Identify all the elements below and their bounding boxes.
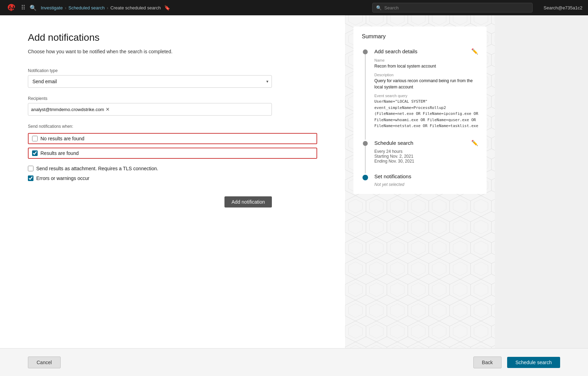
no-results-checkbox-item[interactable]: No results are found xyxy=(32,136,313,141)
step-1-name-section: Name Recon from local system account xyxy=(374,58,478,69)
step-1-query-section: Event search query UserName="LOCAL SYSTE… xyxy=(374,94,478,130)
edit-step-2-icon[interactable]: ✏️ xyxy=(471,140,478,146)
notification-type-label: Notification type xyxy=(28,68,317,73)
step-header-2: Schedule search ✏️ xyxy=(374,140,478,146)
breadcrumb-sep-1: › xyxy=(65,5,66,10)
step-1-name-label: Name xyxy=(374,58,478,62)
no-results-highlight: No results are found xyxy=(28,133,317,144)
breadcrumb-scheduled-search[interactable]: Scheduled search xyxy=(68,5,105,10)
schedule-search-button[interactable]: Schedule search xyxy=(507,357,560,368)
notification-type-select-wrapper[interactable]: Send email Send webhook Send Slack ▾ xyxy=(28,75,272,88)
step-content-1: Add search details ✏️ Name Recon from lo… xyxy=(374,48,478,140)
step-set-notifications: Set notifications Not yet selected xyxy=(362,173,478,187)
step-3-not-selected: Not yet selected xyxy=(374,182,478,187)
step-schedule-search: Schedule search ✏️ Every 24 hours Starti… xyxy=(362,140,478,173)
step-add-search-details: Add search details ✏️ Name Recon from lo… xyxy=(362,48,478,140)
recipient-email: analyst@tmmdemo.crowdstrike.com xyxy=(31,107,104,112)
attachment-checkbox[interactable] xyxy=(28,166,33,171)
step-1-query-label: Event search query xyxy=(374,94,478,98)
errors-checkbox[interactable] xyxy=(28,175,33,181)
page-subtitle: Choose how you want to be notified when … xyxy=(28,49,317,54)
step-content-3: Set notifications Not yet selected xyxy=(374,173,478,187)
step-name-3: Set notifications xyxy=(374,173,411,179)
no-results-label: No results are found xyxy=(40,136,84,141)
send-when-label: Send notifications when: xyxy=(28,124,317,129)
step-name-2: Schedule search xyxy=(374,140,413,146)
breadcrumb-current: Create scheduled search xyxy=(110,5,161,10)
notification-type-group: Notification type Send email Send webhoo… xyxy=(28,68,317,88)
step-1-name-value: Recon from local system account xyxy=(374,63,478,69)
summary-card: Summary Add search details ✏️ Nam xyxy=(353,26,487,194)
step-dot-1 xyxy=(363,49,368,54)
page-title: Add notifications xyxy=(28,32,317,43)
edit-step-1-icon[interactable]: ✏️ xyxy=(471,48,478,55)
results-found-checkbox[interactable] xyxy=(32,150,38,156)
step-dot-2 xyxy=(363,141,368,146)
recipient-tag: analyst@tmmdemo.crowdstrike.com ✕ xyxy=(31,107,110,112)
no-results-checkbox[interactable] xyxy=(32,136,38,141)
recipients-field[interactable]: analyst@tmmdemo.crowdstrike.com ✕ xyxy=(28,103,272,116)
app-logo xyxy=(6,2,17,13)
add-notification-button[interactable]: Add notification xyxy=(224,196,272,207)
search-icon: 🔍 xyxy=(376,5,382,10)
recipients-group: Recipients analyst@tmmdemo.crowdstrike.c… xyxy=(28,96,317,116)
step-content-2: Schedule search ✏️ Every 24 hours Starti… xyxy=(374,140,478,173)
results-found-label: Results are found xyxy=(40,150,79,156)
summary-steps: Add search details ✏️ Name Recon from lo… xyxy=(362,48,478,187)
bookmark-icon[interactable]: 🔖 xyxy=(164,5,170,10)
step-2-start: Starting Nov. 2, 2021 xyxy=(374,154,478,159)
notification-conditions: No results are found Results are found xyxy=(28,133,317,159)
breadcrumb-sep-2: › xyxy=(107,5,108,10)
errors-checkbox-item[interactable]: Errors or warnings occur xyxy=(28,175,317,181)
step-connector-2 xyxy=(362,140,369,173)
step-1-query-value: UserName="LOCAL SYSTEM" event_simpleName… xyxy=(374,99,478,130)
step-name-1: Add search details xyxy=(374,48,417,54)
breadcrumb-investigate[interactable]: Investigate xyxy=(41,5,63,10)
step-connector-1 xyxy=(362,48,369,140)
step-dot-3-active xyxy=(362,175,368,180)
page-footer: Cancel Back Schedule search xyxy=(0,348,588,376)
search-placeholder: Search xyxy=(384,5,399,10)
app-header: ⠿ 🔍 Investigate › Scheduled search › Cre… xyxy=(0,0,588,15)
grid-menu-icon[interactable]: ⠿ xyxy=(21,4,25,11)
step-header-1: Add search details ✏️ xyxy=(374,48,478,55)
step-connector-3 xyxy=(362,173,369,187)
nav-search-icon[interactable]: 🔍 xyxy=(30,5,37,11)
main-content: Add notifications Choose how you want to… xyxy=(0,15,345,348)
summary-sidebar: Summary Add search details ✏️ Nam xyxy=(345,15,495,348)
recipients-label: Recipients xyxy=(28,96,317,101)
attachment-checkbox-item[interactable]: Send results as attachment. Requires a T… xyxy=(28,166,317,171)
summary-title: Summary xyxy=(362,33,478,40)
step-header-3: Set notifications xyxy=(374,173,478,179)
step-1-desc-section: Description Query for various recon comm… xyxy=(374,73,478,90)
step-line-1 xyxy=(365,54,366,140)
step-1-desc-value: Query for various recon command being ru… xyxy=(374,78,478,90)
results-found-checkbox-item[interactable]: Results are found xyxy=(32,150,313,156)
user-account[interactable]: Search@e735a1c2 xyxy=(544,5,583,10)
attachment-label: Send results as attachment. Requires a T… xyxy=(36,166,158,171)
step-2-frequency: Every 24 hours xyxy=(374,149,478,154)
breadcrumb: Investigate › Scheduled search › Create … xyxy=(41,5,170,10)
step-2-end: Ending Nov. 30, 2021 xyxy=(374,159,478,164)
cancel-button[interactable]: Cancel xyxy=(28,357,61,368)
results-found-highlight: Results are found xyxy=(28,148,317,159)
remove-recipient-icon[interactable]: ✕ xyxy=(106,107,110,112)
notification-type-select[interactable]: Send email Send webhook Send Slack xyxy=(28,75,272,88)
errors-label: Errors or warnings occur xyxy=(36,175,90,181)
global-search-bar[interactable]: 🔍 Search xyxy=(372,3,533,13)
step-line-2 xyxy=(365,146,366,173)
step-1-desc-label: Description xyxy=(374,73,478,77)
back-button[interactable]: Back xyxy=(473,357,502,368)
send-when-group: Send notifications when: No results are … xyxy=(28,124,317,181)
